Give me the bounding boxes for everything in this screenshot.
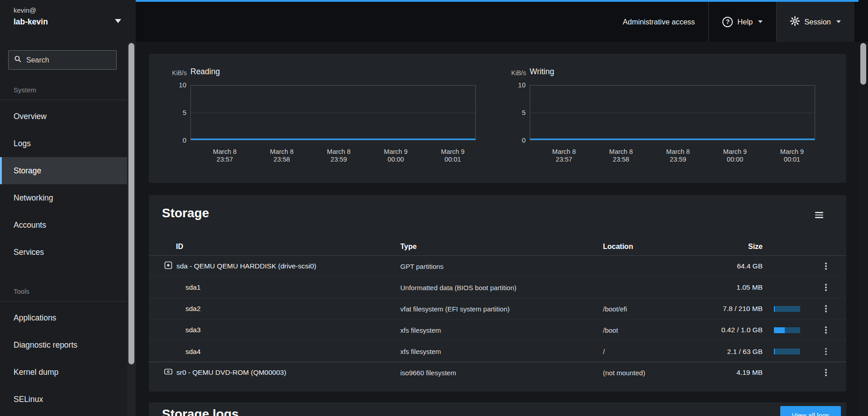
y-tick: 0	[488, 136, 526, 145]
x-tick: March 900:00	[712, 148, 758, 163]
masthead-accent-bar	[136, 0, 859, 2]
size-cell: 4.19 MB	[693, 368, 763, 377]
device-id-cell: sr0 - QEMU DVD-ROM (QM00003)	[160, 368, 400, 378]
chart-title: Reading	[190, 67, 220, 77]
storage-logs-title: Storage logs	[162, 407, 239, 416]
sidebar-item-applications[interactable]: Applications	[0, 304, 127, 331]
size-cell: 2.1 / 63 GB	[693, 348, 763, 356]
type-cell: vfat filesystem (EFI system partition)	[400, 305, 603, 313]
table-row[interactable]: sr0 - QEMU DVD-ROM (QM00003) iso9660 fil…	[149, 362, 846, 383]
device-id-cell: sda - QEMU QEMU HARDDISK (drive-scsi0)	[160, 261, 400, 271]
sidebar-item-services[interactable]: Services	[0, 239, 127, 266]
view-all-logs-button[interactable]: View all logs	[780, 406, 841, 416]
size-cell: 64.4 GB	[693, 262, 763, 270]
table-header: ID Type Location Size	[149, 238, 846, 256]
location-cell: (not mounted)	[603, 369, 693, 377]
administrative-access-button[interactable]: Administrative access	[609, 2, 709, 42]
sidebar-nav: System Overview Logs Storage Networking …	[0, 42, 136, 416]
masthead-items: Administrative access ? Help	[609, 0, 854, 42]
chevron-down-icon	[836, 20, 841, 23]
divider	[0, 100, 127, 100]
x-tick: March 823:58	[598, 148, 644, 163]
type-cell: Unformatted data (BIOS boot partition)	[400, 284, 603, 292]
chevron-down-icon	[115, 19, 121, 23]
sidebar-scrollbar-thumb[interactable]	[128, 43, 134, 364]
chevron-down-icon	[758, 20, 763, 23]
row-menu-button[interactable]	[823, 303, 829, 314]
usage-progress-bar	[774, 327, 800, 333]
size-cell: 0.42 / 1.0 GB	[693, 326, 763, 334]
x-tick: March 823:57	[202, 148, 247, 163]
table-row[interactable]: sda2 vfat filesystem (EFI system partiti…	[149, 298, 846, 320]
table-row[interactable]: sda4 xfs filesystem / 2.1 / 63 GB	[149, 341, 846, 362]
row-menu-button[interactable]	[823, 261, 829, 272]
storage-table: ID Type Location Size sda - QEMU QEMU HA…	[149, 238, 846, 383]
x-tick: March 823:59	[316, 148, 361, 163]
column-header-type: Type	[400, 243, 603, 251]
help-icon: ?	[722, 17, 733, 27]
sidebar-item-storage[interactable]: Storage	[0, 157, 127, 184]
host-name-label: lab-kevin	[14, 17, 48, 27]
chart-plot-area	[530, 85, 815, 140]
search-icon	[14, 55, 22, 65]
session-label: Session	[804, 18, 831, 26]
device-id-cell: sda4	[160, 348, 400, 356]
row-menu-button[interactable]	[823, 367, 829, 378]
masthead-toolbar: Administrative access ? Help	[136, 0, 868, 42]
y-tick: 0	[149, 136, 186, 145]
type-cell: xfs filesystem	[400, 348, 603, 355]
x-tick: March 900:01	[430, 148, 475, 163]
help-label: Help	[737, 18, 753, 26]
reading-chart: KiB/s Reading 10 5 0 March 823:57 March …	[149, 67, 488, 176]
page-scrollbar[interactable]	[859, 42, 868, 416]
page-title: Storage	[162, 206, 209, 220]
device-id-cell: sda1	[160, 283, 400, 292]
location-cell: /boot	[603, 326, 693, 334]
storage-card-menu-button[interactable]	[815, 210, 823, 220]
chart-title: Writing	[530, 67, 554, 77]
search-input[interactable]	[26, 56, 111, 64]
main-content: KiB/s Reading 10 5 0 March 823:57 March …	[136, 42, 859, 416]
sidebar-item-kernel-dump[interactable]: Kernel dump	[0, 359, 127, 386]
storage-card: Storage ID Type Location Size	[149, 195, 846, 392]
device-id-cell: sda2	[160, 305, 400, 313]
session-menu-button[interactable]: Session	[776, 2, 854, 42]
y-tick: 5	[488, 108, 526, 117]
row-menu-button[interactable]	[823, 325, 829, 335]
row-menu-button[interactable]	[823, 282, 829, 293]
x-tick: March 823:58	[259, 148, 304, 163]
nav-list-system: Overview Logs Storage Networking Account…	[0, 103, 127, 266]
size-cell: 7.8 / 210 MB	[693, 305, 763, 313]
host-switcher[interactable]: kevin@ lab-kevin	[0, 0, 136, 42]
sidebar-search[interactable]	[8, 50, 117, 70]
help-menu-button[interactable]: ? Help	[708, 2, 776, 42]
sidebar-item-logs[interactable]: Logs	[0, 130, 127, 157]
table-row[interactable]: sda3 xfs filesystem /boot 0.42 / 1.0 GB	[149, 320, 846, 341]
usage-progress-bar	[774, 349, 800, 354]
storage-logs-card: Storage logs View all logs	[149, 402, 846, 416]
sidebar-scrollbar[interactable]	[127, 42, 136, 416]
column-header-size: Size	[693, 243, 763, 251]
x-tick: March 900:01	[769, 148, 815, 163]
page-scrollbar-thumb[interactable]	[860, 43, 866, 85]
usage-charts-card: KiB/s Reading 10 5 0 March 823:57 March …	[149, 54, 846, 183]
location-cell: /boot/efi	[603, 305, 693, 313]
bars-icon	[815, 212, 823, 213]
sidebar-item-accounts[interactable]: Accounts	[0, 211, 127, 239]
nav-list-tools: Applications Diagnostic reports Kernel d…	[0, 304, 127, 413]
sidebar-item-overview[interactable]: Overview	[0, 103, 127, 130]
sidebar-item-networking[interactable]: Networking	[0, 184, 127, 211]
administrative-access-label: Administrative access	[623, 18, 695, 26]
size-cell: 1.05 MB	[693, 283, 763, 292]
table-row[interactable]: sda - QEMU QEMU HARDDISK (drive-scsi0) G…	[149, 256, 846, 277]
type-cell: iso9660 filesystem	[400, 369, 603, 377]
sidebar-item-diagnostic-reports[interactable]: Diagnostic reports	[0, 331, 127, 359]
sidebar-item-selinux[interactable]: SELinux	[0, 386, 127, 413]
writing-chart: KiB/s Writing 10 5 0 March 823:57 March …	[488, 67, 827, 176]
nav-group-title-system: System	[14, 86, 127, 94]
table-row[interactable]: sda1 Unformatted data (BIOS boot partiti…	[149, 277, 846, 298]
y-axis-unit: KiB/s	[488, 69, 526, 77]
row-menu-button[interactable]	[823, 346, 829, 357]
divider	[0, 301, 127, 301]
y-tick: 10	[149, 81, 186, 90]
